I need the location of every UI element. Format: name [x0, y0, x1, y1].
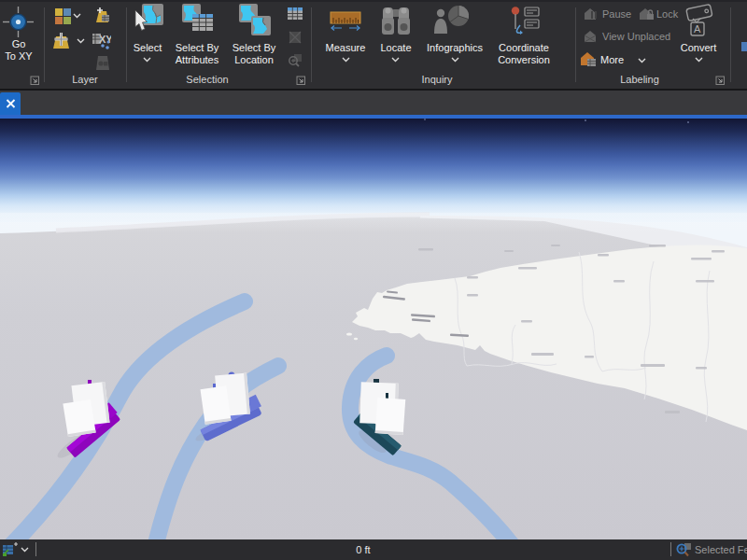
svg-text:XY: XY [99, 34, 111, 45]
svg-text:A: A [694, 23, 701, 35]
